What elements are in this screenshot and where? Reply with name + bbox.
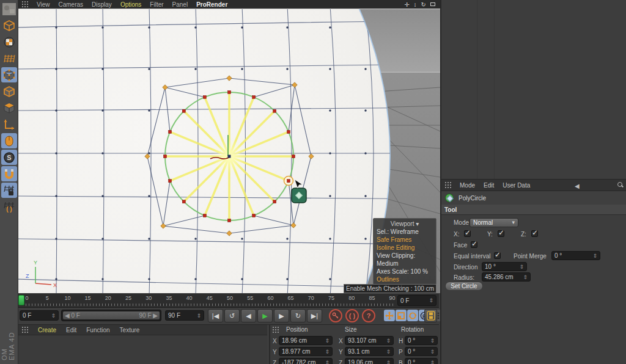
goto-end-button[interactable]: ▶| [307, 309, 322, 322]
timeline-ruler[interactable]: 051015202530354045505560657075808590 [18, 294, 396, 308]
key-scale-button[interactable] [396, 310, 407, 321]
viewport-select-icon[interactable] [1, 133, 17, 148]
goto-start-button[interactable]: |◀ [208, 309, 223, 322]
panel-grip-icon[interactable] [273, 327, 279, 333]
previous-frame-button[interactable]: ◀ [241, 309, 256, 322]
polygons-mode-icon[interactable] [1, 100, 17, 115]
size-x-field[interactable]: 93.107 cm⇕ [345, 336, 394, 345]
toggle-view-icon[interactable] [430, 2, 435, 6]
direction-field[interactable]: 10 °⇕ [482, 262, 527, 271]
viewport-thumbnail-icon[interactable] [1, 1, 17, 16]
circle-center-point[interactable] [228, 155, 231, 158]
search-icon[interactable] [617, 182, 624, 188]
coord-axis-label: B [399, 360, 405, 364]
chevron-down-icon: ▾ [416, 220, 419, 227]
attr-menu-mode[interactable]: Mode [460, 182, 475, 189]
lock-workplane-icon[interactable] [1, 183, 17, 198]
enable-axis-icon[interactable] [1, 117, 17, 132]
set-circle-button[interactable]: Set Circle [445, 282, 483, 291]
rotation-p-field[interactable]: 0 °⇕ [405, 347, 438, 356]
workplane-icon[interactable]: ( ) [1, 199, 17, 214]
y-checkbox[interactable]: ✓ [498, 230, 504, 237]
overlay-item[interactable]: Isoline Editing [377, 244, 433, 252]
selected-object-row[interactable]: PolyCircle [441, 191, 626, 205]
size-z-field[interactable]: 19.06 cm⇕ [345, 358, 394, 364]
overlay-item[interactable]: View Clipping: Medium [377, 252, 433, 268]
rotation-b-field[interactable]: 0 °⇕ [405, 358, 438, 364]
range-right-arrow-icon[interactable]: ▶ [153, 312, 158, 319]
attr-menu-userdata[interactable]: User Data [503, 182, 530, 189]
position-y-field[interactable]: 18.977 cm⇕ [279, 347, 333, 356]
size-y-field[interactable]: 93.1 cm⇕ [345, 347, 394, 356]
overlay-item[interactable]: Axes Scale: 100 % [377, 268, 433, 275]
tab-texture[interactable]: Texture [120, 327, 140, 333]
edges-mode-icon[interactable] [1, 84, 17, 99]
end-frame-field[interactable]: 90 F⇕ [165, 310, 204, 321]
mode-dropdown[interactable]: Normal▾ [470, 218, 518, 227]
overlay-item[interactable]: Outlines [377, 275, 433, 283]
menu-display[interactable]: Display [92, 1, 112, 8]
stepper-icon[interactable]: ⇕ [194, 313, 201, 319]
face-checkbox[interactable]: ✓ [471, 241, 477, 248]
menu-cameras[interactable]: Cameras [59, 1, 84, 8]
pan-view-icon[interactable]: ✛ [404, 1, 409, 8]
position-x-field[interactable]: 18.96 cm⇕ [279, 336, 333, 345]
z-checkbox[interactable]: ✓ [531, 230, 538, 237]
model-mode-icon[interactable] [1, 34, 17, 49]
timeline-tick-label: 85 [369, 295, 375, 301]
timeline-tick-label: 45 [207, 295, 213, 301]
make-editable-icon[interactable] [1, 18, 17, 33]
next-key-button[interactable]: ↻ [290, 309, 306, 322]
current-frame-field[interactable]: 0 F⇕ [20, 310, 59, 321]
point-merge-field[interactable]: 0 °⇕ [551, 251, 600, 260]
history-back-icon[interactable]: ◀ [575, 180, 580, 192]
menu-options[interactable]: Options [120, 1, 141, 8]
render-preview-button[interactable] [424, 309, 437, 322]
sphere-object[interactable] [18, 9, 390, 293]
panel-grip-icon[interactable] [445, 182, 451, 188]
stepper-icon[interactable]: ⇕ [49, 313, 56, 319]
snap-enable-icon[interactable]: S [1, 150, 17, 165]
play-button[interactable]: ▶ [257, 309, 273, 322]
overlay-item[interactable]: Safe Frames [377, 236, 433, 244]
frame-range-slider[interactable]: ◀ 0 F 90 F ▶ [61, 310, 161, 321]
rotate-view-icon[interactable]: ↻ [421, 1, 426, 8]
points-mode-icon[interactable] [1, 67, 17, 82]
timeline-frame-field[interactable]: 0 F⇕ [397, 295, 436, 306]
key-position-button[interactable] [384, 310, 395, 321]
menubar-grip-icon[interactable] [22, 1, 28, 7]
tab-function[interactable]: Function [86, 327, 109, 333]
range-left-arrow-icon[interactable]: ◀ [65, 312, 70, 319]
position-z-field[interactable]: -187.782 cm⇕ [279, 358, 333, 364]
viewport[interactable]: Y X Z Viewport ▾ Sel.: Wireframe Safe Fr… [18, 9, 440, 293]
autokey-button[interactable]: ( ) [345, 309, 359, 322]
radius-field[interactable]: 45.286 cm⇕ [482, 272, 531, 282]
rotation-h-field[interactable]: 0 °⇕ [405, 336, 438, 345]
menu-filter[interactable]: Filter [150, 1, 163, 8]
panel-grip-icon[interactable] [22, 327, 28, 333]
current-frame-marker[interactable] [18, 295, 24, 305]
menu-view[interactable]: View [37, 1, 50, 8]
tool-section-header[interactable]: Tool [441, 205, 626, 215]
record-keyframe-button[interactable] [329, 309, 342, 322]
frame-range-handle[interactable]: ◀ 0 F 90 F ▶ [63, 311, 160, 319]
x-checkbox[interactable]: ✓ [464, 230, 471, 237]
timeline-bar[interactable]: 051015202530354045505560657075808590 0 F… [18, 294, 439, 308]
tab-create[interactable]: Create [38, 327, 56, 333]
magnet-icon[interactable] [1, 166, 17, 181]
keyframe-selection-button[interactable]: ? [362, 309, 375, 322]
key-rotation-button[interactable] [407, 310, 418, 321]
overlay-item[interactable]: Sel.: Wireframe [377, 228, 433, 236]
next-frame-button[interactable]: ▶ [274, 309, 289, 322]
menu-prorender[interactable]: ProRender [196, 1, 227, 8]
equal-interval-checkbox[interactable]: ✓ [494, 252, 501, 259]
zoom-view-icon[interactable]: ↕ [414, 1, 417, 8]
attr-menu-edit[interactable]: Edit [484, 182, 494, 189]
texture-mode-icon[interactable] [1, 51, 17, 66]
left-toolbar: S ( ) OM EMA 4D [0, 0, 18, 364]
stepper-icon[interactable]: ⇕ [427, 297, 433, 304]
tab-edit[interactable]: Edit [66, 327, 76, 333]
menu-panel[interactable]: Panel [172, 1, 188, 8]
previous-key-button[interactable]: ↺ [224, 309, 240, 322]
overlay-title[interactable]: Viewport ▾ [377, 220, 433, 228]
